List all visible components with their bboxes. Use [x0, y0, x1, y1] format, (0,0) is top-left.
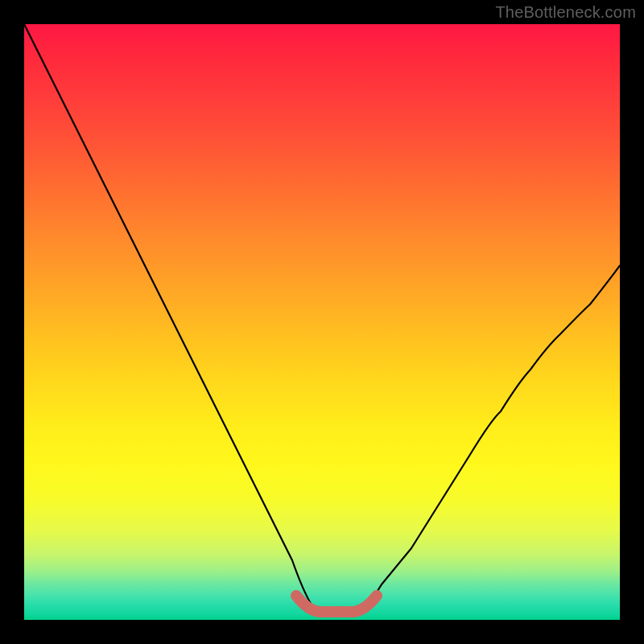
watermark-text: TheBottleneck.com — [495, 3, 636, 22]
plot-area — [24, 24, 620, 620]
chart-frame: TheBottleneck.com — [0, 0, 644, 644]
chart-svg — [24, 24, 620, 620]
bottleneck-curve-line — [24, 24, 620, 613]
